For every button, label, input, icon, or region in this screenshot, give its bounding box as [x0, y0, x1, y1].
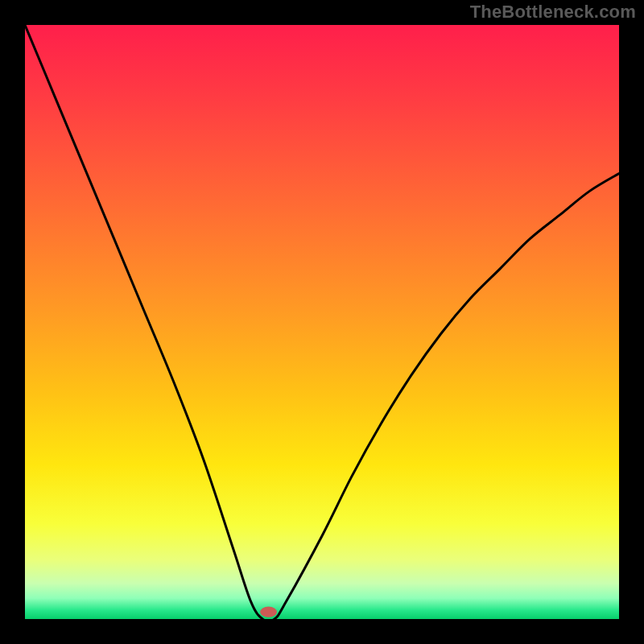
chart-svg — [25, 25, 619, 619]
chart-frame: TheBottleneck.com — [0, 0, 644, 644]
optimal-point-marker — [260, 607, 277, 617]
gradient-background — [25, 25, 619, 619]
watermark-text: TheBottleneck.com — [470, 2, 636, 23]
plot-area — [25, 25, 619, 619]
